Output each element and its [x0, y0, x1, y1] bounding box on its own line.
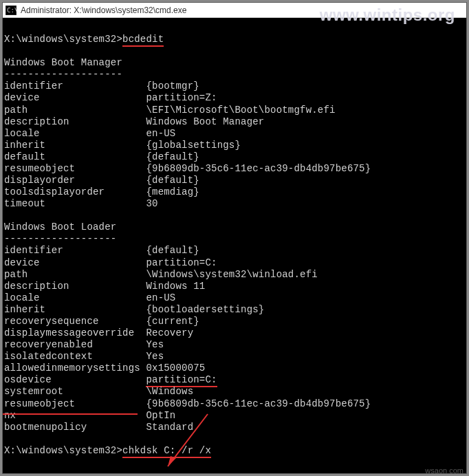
prompt-path: X:\windows\system32>: [4, 445, 122, 456]
bootmgr-row: locale en-US: [4, 128, 465, 140]
bootloader-row: recoveryenabled Yes: [4, 339, 465, 351]
cmd-icon: C:\: [6, 6, 17, 15]
bootloader-row: bootmenupolicy Standard: [4, 422, 465, 433]
command-bcdedit: bcdedit: [122, 34, 164, 47]
bootmgr-row: identifier {bootmgr}: [4, 80, 465, 92]
bootloader-row: osdevice partition=C:: [4, 374, 465, 386]
bootloader-row: isolatedcontext Yes: [4, 351, 465, 363]
bootloader-row: locale en-US: [4, 292, 465, 304]
titlebar[interactable]: C:\ Administrator: X:\windows\system32\c…: [3, 3, 466, 18]
bootmgr-row: displayorder {default}: [4, 175, 465, 186]
prompt-line-2: X:\windows\system32>chkdsk C: /r /x: [4, 445, 465, 457]
bootmgr-row: toolsdisplayorder {memdiag}: [4, 186, 465, 198]
bootmgr-row: description Windows Boot Manager: [4, 116, 465, 128]
blank-line: [4, 45, 465, 57]
terminal-output[interactable]: X:\windows\system32>bcdedit Windows Boot…: [3, 18, 466, 473]
bootloader-row: systemroot \Windows: [4, 386, 465, 398]
bootmgr-row: default {default}: [4, 151, 465, 163]
bootloader-row: identifier {default}: [4, 245, 465, 257]
blank-line: [4, 433, 465, 445]
command-chkdsk: chkdsk C: /r /x: [122, 445, 211, 458]
bootloader-row: inherit {bootloadersettings}: [4, 304, 465, 316]
bootloader-row: device partition=C:: [4, 257, 465, 269]
bootmgr-row: device partition=Z:: [4, 92, 465, 104]
bootloader-row: resumeobject {9b6809db-35c6-11ec-ac39-db…: [4, 398, 465, 410]
blank-line: [4, 22, 465, 34]
bootmgr-dashes: --------------------: [4, 69, 465, 80]
prompt-line-1: X:\windows\system32>bcdedit: [4, 34, 465, 45]
bootmgr-row: resumeobject {9b6809db-35c6-11ec-ac39-db…: [4, 163, 465, 175]
bootmgr-row: inherit {globalsettings}: [4, 140, 465, 151]
bootloader-dashes: -------------------: [4, 233, 465, 245]
prompt-path: X:\windows\system32>: [4, 34, 122, 45]
bootmgr-row: path \EFI\Microsoft\Boot\bootmgfw.efi: [4, 105, 465, 116]
bootloader-row: recoverysequence {current}: [4, 316, 465, 327]
svg-text:C:\: C:\: [7, 7, 17, 14]
blank-line: [4, 210, 465, 221]
window-title: Administrator: X:\windows\system32\cmd.e…: [21, 6, 186, 15]
cmd-window: C:\ Administrator: X:\windows\system32\c…: [2, 2, 467, 474]
bootloader-row: allowedinmemorysettings 0x15000075: [4, 363, 465, 374]
bootloader-header: Windows Boot Loader: [4, 221, 465, 233]
bootloader-row: nx OptIn: [4, 410, 465, 422]
bootmgr-header: Windows Boot Manager: [4, 57, 465, 69]
bootloader-row: displaymessageoverride Recovery: [4, 327, 465, 339]
bootmgr-row: timeout 30: [4, 198, 465, 210]
bootloader-row: description Windows 11: [4, 281, 465, 292]
bootloader-row: path \Windows\system32\winload.efi: [4, 269, 465, 281]
